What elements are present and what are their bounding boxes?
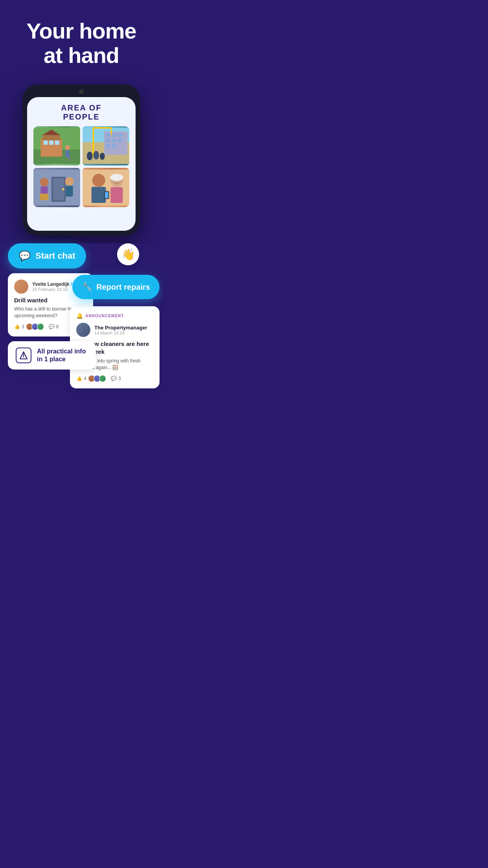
svg-point-26 <box>93 151 99 160</box>
announcement-badge: 🔔 ANNOUNCEMENT <box>76 313 153 319</box>
info-card-text: All practical info in 1 place <box>37 348 88 363</box>
svg-point-31 <box>62 188 64 190</box>
report-repairs-label: Report repairs <box>96 283 150 292</box>
svg-point-27 <box>100 153 105 160</box>
announcement-author-avatar <box>76 323 90 337</box>
svg-rect-34 <box>40 194 48 200</box>
comment-icon: 💬 <box>49 324 55 329</box>
report-repairs-wrapper: 🔧 Report repairs <box>72 275 160 299</box>
phone-notch <box>79 89 84 94</box>
floating-section: 💬 Start chat 👋 Yvette Langedijk in DIY 2… <box>0 243 163 460</box>
phone-mockup-section: AREA OF PEOPLE <box>0 85 163 243</box>
start-chat-label: Start chat <box>35 251 75 261</box>
phone-outer: AREA OF PEOPLE <box>22 85 140 235</box>
announcement-author-name: The Propertymanager <box>94 325 147 331</box>
hero-title-block: Your home at hand <box>18 0 144 77</box>
photo-grid <box>33 126 129 207</box>
app-logo: AREA OF PEOPLE <box>33 103 129 121</box>
svg-point-47 <box>23 353 24 354</box>
comments-group: 💬 8 <box>49 324 59 329</box>
announcement-reactions: 👍 4 💬 3 <box>76 375 153 382</box>
svg-rect-18 <box>112 139 116 142</box>
hero-line2: at hand <box>44 43 119 68</box>
svg-point-44 <box>110 174 123 181</box>
svg-rect-5 <box>44 140 48 145</box>
svg-rect-36 <box>66 186 73 197</box>
svg-point-8 <box>65 145 70 150</box>
info-card-wrapper: All practical info in 1 place <box>8 341 96 370</box>
wave-emoji: 👋 <box>121 248 135 261</box>
ann-thumbs-up-icon: 👍 <box>76 376 82 381</box>
comments-count: 8 <box>56 324 59 329</box>
chat-icon: 💬 <box>19 250 31 261</box>
info-icon <box>16 348 31 363</box>
photo-people <box>83 168 129 207</box>
start-chat-button[interactable]: 💬 Start chat <box>8 243 86 268</box>
svg-rect-15 <box>112 133 116 137</box>
wrench-icon: 🔧 <box>82 282 92 292</box>
svg-rect-19 <box>118 139 123 142</box>
phone-screen: AREA OF PEOPLE <box>27 97 136 231</box>
svg-rect-20 <box>106 144 110 148</box>
svg-point-35 <box>65 177 74 186</box>
svg-rect-43 <box>110 187 123 203</box>
svg-rect-41 <box>105 192 108 198</box>
likes-count: 3 <box>22 324 24 329</box>
svg-rect-17 <box>106 139 110 142</box>
svg-rect-21 <box>112 144 116 148</box>
ann-likes-group: 👍 4 <box>76 375 106 382</box>
svg-rect-16 <box>118 133 123 137</box>
svg-point-32 <box>40 178 48 186</box>
photo-construction <box>83 126 129 166</box>
post-author-avatar <box>14 280 28 294</box>
ann-liker-avatar-3 <box>99 375 106 382</box>
svg-rect-7 <box>55 140 59 145</box>
ann-likes-count: 4 <box>84 376 86 381</box>
ann-comments-count: 3 <box>118 376 121 381</box>
announcement-date: 14 March 15:18 <box>94 331 147 335</box>
hero-line1: Your home <box>26 18 136 43</box>
liker-avatar-3 <box>37 323 44 330</box>
hero-section: Your home at hand <box>0 0 163 85</box>
likes-group: 👍 3 <box>14 323 44 330</box>
svg-rect-3 <box>42 135 61 141</box>
hero-heading: Your home at hand <box>26 19 136 67</box>
phone-wrapper: AREA OF PEOPLE <box>22 85 140 235</box>
badge-text: ANNOUNCEMENT <box>85 314 124 318</box>
photo-delivery <box>33 168 80 207</box>
badge-icon: 🔔 <box>76 313 83 319</box>
report-repairs-button[interactable]: 🔧 Report repairs <box>72 275 160 299</box>
ann-comment-icon: 💬 <box>111 376 117 381</box>
svg-point-25 <box>87 152 93 160</box>
wave-bubble: 👋 <box>117 243 139 265</box>
announcement-author-row: The Propertymanager 14 March 15:18 <box>76 323 153 337</box>
svg-rect-14 <box>106 133 110 137</box>
logo-text: AREA OF PEOPLE <box>33 103 129 121</box>
ann-comments-group: 💬 3 <box>111 376 121 381</box>
svg-rect-6 <box>49 140 53 145</box>
photo-garden <box>33 126 80 166</box>
thumbs-up-icon: 👍 <box>14 324 20 329</box>
svg-rect-39 <box>92 187 106 203</box>
svg-point-38 <box>92 174 105 187</box>
